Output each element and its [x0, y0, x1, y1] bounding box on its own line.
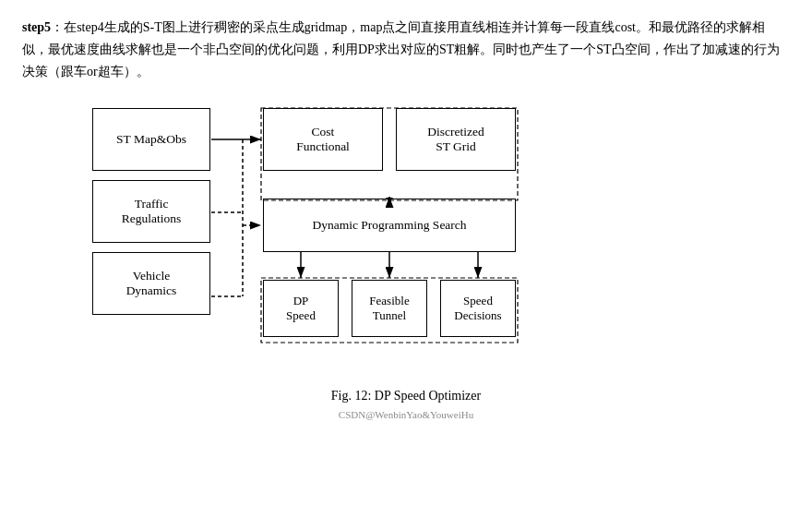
box-st-map: ST Map&Obs — [92, 108, 210, 171]
box-dp-speed: DP Speed — [263, 280, 339, 337]
diagram: ST Map&Obs Traffic Regulations Vehicle D… — [92, 99, 720, 376]
box-discretized: Discretized ST Grid — [396, 108, 516, 171]
box-speed-decisions: Speed Decisions — [440, 280, 516, 337]
box-cost: Cost Functional — [263, 108, 383, 171]
right-top-row: Cost Functional Discretized ST Grid — [263, 108, 516, 171]
bottom-row: DP Speed Feasible Tunnel Speed Decisions — [263, 280, 516, 337]
watermark: CSDN@WenbinYao&YouweiHu — [339, 409, 473, 420]
paragraph-text: step5：在step4生成的S-T图上进行稠密的采点生成gridmap，map… — [22, 17, 790, 82]
diagram-container: ST Map&Obs Traffic Regulations Vehicle D… — [22, 99, 790, 420]
fig-caption: Fig. 12: DP Speed Optimizer — [331, 389, 481, 404]
left-column: ST Map&Obs Traffic Regulations Vehicle D… — [92, 108, 210, 315]
box-vehicle: Vehicle Dynamics — [92, 252, 210, 315]
step-label: step5 — [22, 20, 51, 34]
box-traffic: Traffic Regulations — [92, 180, 210, 243]
box-dp-main: Dynamic Programming Search — [263, 199, 516, 252]
box-feasible: Feasible Tunnel — [352, 280, 427, 337]
